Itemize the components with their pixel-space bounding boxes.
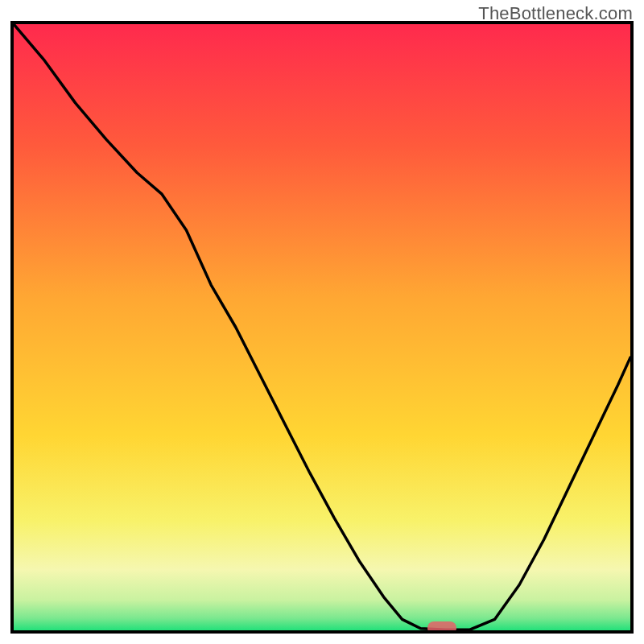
chart-container: TheBottleneck.com [0,0,644,644]
optimal-marker [427,621,456,630]
watermark-text: TheBottleneck.com [478,3,633,24]
bottleneck-curve [14,24,630,630]
plot-area [14,24,630,630]
curve-path [14,24,630,630]
plot-frame [10,21,634,634]
